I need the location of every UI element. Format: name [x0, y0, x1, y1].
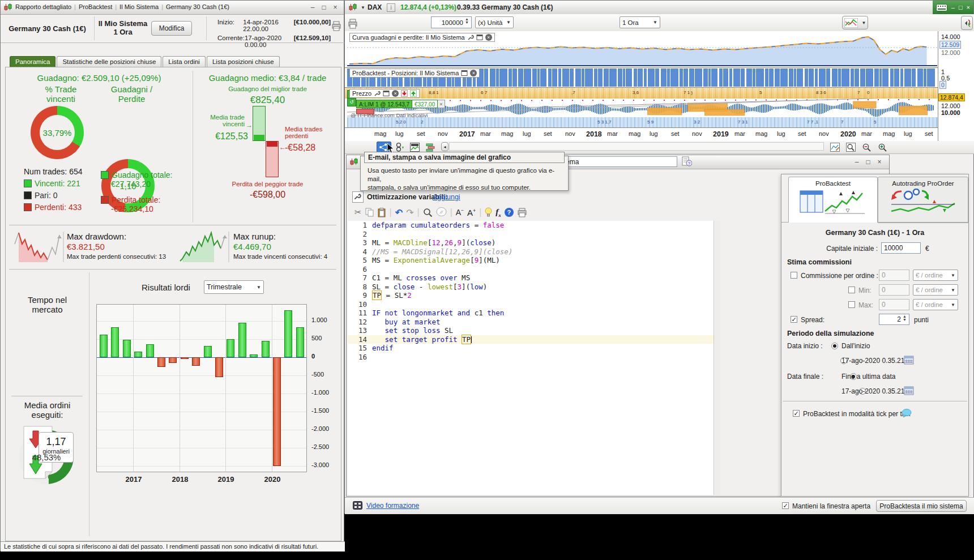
tab-panoramica[interactable]: Panoramica [10, 56, 55, 67]
close-icon[interactable]: × [470, 70, 477, 76]
info-icon[interactable]: i [387, 3, 395, 12]
max-checkbox[interactable] [848, 301, 855, 308]
help-doc-icon[interactable]: ? [682, 156, 693, 167]
report-titlebar[interactable]: Rapporto dettagliato|ProBacktest|Il Mio … [1, 1, 344, 15]
run-backtest-button[interactable]: ProBacktesta il mio sistema [876, 500, 967, 512]
code-line[interactable]: 7C1 = ML crosses over MS [348, 273, 714, 283]
modify-button[interactable]: Modifica [151, 21, 192, 36]
sidebar-collapse-button[interactable] [961, 16, 973, 30]
wrench-icon[interactable] [374, 90, 381, 97]
code-line[interactable]: 2 [348, 230, 714, 239]
function-icon[interactable]: fx [495, 207, 501, 218]
add-variable-link[interactable]: Aggiungi [433, 193, 460, 201]
code-line[interactable]: 1defparam cumulateorders = false [348, 221, 714, 230]
chart-titlebar[interactable]: ▼ DAX i 12.874,4 (+0,13%) 0.39.33 German… [345, 1, 973, 15]
code-editor[interactable]: 1defparam cumulateorders = false23ML = M… [348, 221, 714, 495]
unit-mode-select[interactable]: (x) Unità▼ [475, 16, 514, 28]
code-line[interactable]: 11IF not longonmarket and c1 then [348, 309, 714, 318]
window-icon[interactable] [476, 34, 483, 41]
tab-lista-posizioni-chiuse[interactable]: Lista posizioni chiuse [207, 56, 280, 67]
maximize-button[interactable]: □ [320, 3, 328, 11]
close-button[interactable]: × [967, 4, 970, 11]
font-larger-icon[interactable]: A+ [467, 208, 476, 217]
period-select[interactable]: Trimestrale ▼ [204, 280, 264, 294]
max-input[interactable]: 0 [879, 299, 909, 310]
minimize-button[interactable]: – [951, 4, 955, 11]
symbol-name[interactable]: DAX [368, 3, 382, 11]
redo-icon[interactable]: ↷ [406, 207, 413, 218]
spread-stepper[interactable]: ▲▼ [903, 315, 907, 322]
code-line[interactable]: 15endif [348, 344, 714, 353]
help-icon[interactable]: ? [505, 208, 514, 217]
print-icon[interactable] [348, 19, 358, 29]
commission-unit-select[interactable]: € / ordine▼ [913, 270, 958, 281]
zoom-in-button[interactable] [876, 142, 888, 153]
print-icon[interactable] [331, 21, 341, 31]
window-icon[interactable] [461, 70, 468, 76]
capital-input[interactable]: 10000 [881, 242, 921, 254]
max-unit-select[interactable]: € / ordine▼ [913, 299, 958, 310]
code-line[interactable]: 9TP = SL*2 [348, 291, 714, 300]
chart-scrollbar[interactable] [449, 142, 824, 151]
code-line[interactable]: 5MS = ExponentialAverage[9](ML) [348, 256, 714, 265]
close-button[interactable]: × [875, 158, 883, 166]
video-training-link[interactable]: Video formazione [366, 502, 419, 510]
chart-style-button[interactable]: ▼ [842, 16, 868, 29]
positions-list-button[interactable] [424, 142, 437, 153]
calendar-icon[interactable] [904, 385, 914, 395]
spread-checkbox[interactable]: ✓ [791, 316, 797, 323]
code-line[interactable]: 6 [348, 265, 714, 274]
code-line[interactable]: 10 [348, 300, 714, 309]
code-line[interactable]: 13 set stop loss SL [348, 326, 714, 335]
close-icon[interactable]: × [392, 90, 399, 97]
close-button[interactable]: × [331, 3, 339, 11]
code-line[interactable]: 4//MS = MACDSignal[12,26,9](close) [348, 247, 714, 257]
tab-lista-ordini[interactable]: Lista ordini [163, 56, 206, 67]
speech-bubble-icon[interactable] [902, 409, 912, 417]
optimization-wrench-icon[interactable] [352, 191, 364, 203]
lightbulb-icon[interactable] [485, 207, 492, 217]
keyboard-icon[interactable] [936, 4, 947, 11]
font-smaller-icon[interactable]: A− [456, 208, 464, 217]
code-line[interactable]: 3ML = MACDline[12,26,9](close) [348, 238, 714, 247]
close-icon[interactable]: × [438, 100, 445, 108]
undo-icon[interactable]: ↶ [395, 207, 403, 218]
code-line[interactable]: 16 [348, 353, 714, 362]
maximize-button[interactable]: □ [864, 158, 872, 166]
min-input[interactable]: 0 [879, 284, 909, 296]
quantity-stepper[interactable]: ▲▼ [465, 18, 469, 25]
timeframe-select[interactable]: 1 Ora▼ [620, 16, 660, 28]
chart-edit-button[interactable] [828, 142, 841, 153]
scroll-left-button[interactable]: ◂ [441, 142, 448, 151]
close-icon[interactable]: × [485, 34, 492, 41]
minimize-button[interactable]: – [309, 3, 317, 11]
maximize-button[interactable]: □ [959, 4, 963, 11]
tab-probacktest[interactable]: ProBacktest [788, 177, 878, 223]
print-icon[interactable] [517, 208, 527, 217]
keep-window-open-checkbox[interactable]: ✓ [782, 502, 789, 509]
comment-icon[interactable]: // [436, 207, 447, 217]
code-scrollbar[interactable] [714, 221, 720, 495]
code-line[interactable]: 8SL = close - lowest[3](low) [348, 283, 714, 292]
sell-arrow-icon[interactable] [401, 90, 408, 97]
commission-checkbox[interactable] [791, 272, 797, 279]
symbol-dropdown-arrow[interactable]: ▼ [361, 5, 365, 10]
buy-arrow-icon[interactable] [410, 90, 417, 97]
search-icon[interactable] [423, 208, 433, 217]
calendar-icon[interactable] [904, 354, 914, 365]
minimize-button[interactable]: – [853, 158, 861, 166]
min-unit-select[interactable]: € / ordine▼ [913, 284, 958, 296]
tab-statistiche-delle-posizioni-chiuse[interactable]: Statistiche delle posizioni chiuse [57, 56, 161, 67]
position-tool2-icon[interactable]: ↺ [347, 98, 356, 106]
zoom-chart-button[interactable] [844, 142, 857, 153]
wrench-icon[interactable] [467, 34, 474, 41]
cut-icon[interactable]: ✂ [354, 207, 362, 217]
tick-mode-checkbox[interactable]: ✓ [793, 410, 800, 417]
orders-display-button[interactable] [394, 142, 406, 153]
code-line[interactable]: 14 set target profit TP [348, 335, 714, 344]
commission-input[interactable]: 0 [879, 270, 909, 281]
window-icon[interactable] [383, 90, 390, 97]
code-line[interactable]: 12 buy at market [348, 318, 714, 327]
copy-icon[interactable] [365, 208, 374, 217]
min-checkbox[interactable] [848, 287, 855, 293]
